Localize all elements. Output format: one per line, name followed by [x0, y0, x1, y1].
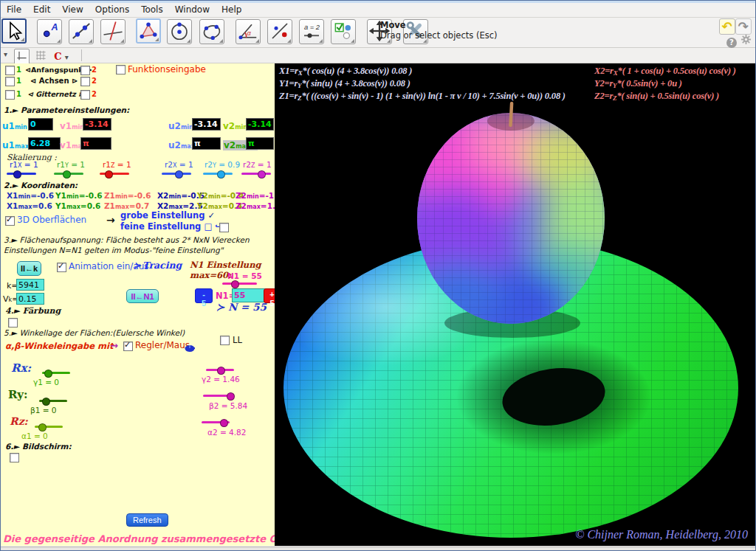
beta1-label: β1 = 0: [30, 406, 57, 415]
pause-n1-button[interactable]: II←N1: [126, 289, 159, 303]
beta2-slider[interactable]: [203, 395, 231, 397]
tool-perpendicular-button[interactable]: [100, 19, 126, 44]
tool-move-button[interactable]: [1, 18, 27, 44]
toolbar-right-icons: ↶↷ ?: [706, 19, 752, 48]
r1y-slider[interactable]: [54, 173, 83, 175]
bildschirm-checkbox[interactable]: [10, 453, 19, 462]
grobe-einstellung-label: grobe Einstellung ✓: [120, 210, 215, 221]
rx-label: Rx:: [11, 361, 31, 375]
anfangspunkt2-num: 2: [92, 66, 97, 74]
regler-maus-checkbox[interactable]: [123, 342, 133, 351]
help-icon[interactable]: ?: [726, 38, 737, 48]
r1x-label: r1X = 1: [10, 160, 38, 169]
gitternetz1-checkbox[interactable]: [5, 90, 15, 100]
funktionseingabe-label: Funktionseingabe: [128, 64, 206, 74]
tool-status-title: Move: [380, 20, 406, 30]
tool-slider-button[interactable]: a = 2: [299, 19, 324, 44]
tool-polygon-button[interactable]: [136, 18, 161, 44]
svg-text:A: A: [51, 22, 58, 32]
alpha1-slider[interactable]: [35, 426, 63, 428]
menu-tools[interactable]: Tools: [135, 3, 169, 15]
gamma2-slider[interactable]: [206, 369, 234, 371]
tracing-label: Tracing: [142, 260, 182, 271]
ll-checkbox[interactable]: [220, 336, 230, 345]
regler-maus-label: Regler/Maus: [135, 340, 190, 350]
u1max-input[interactable]: [28, 137, 61, 150]
tool-line-button[interactable]: [69, 19, 94, 44]
tool-circle-button[interactable]: [167, 19, 192, 44]
magnet-icon: C: [54, 51, 61, 62]
menu-window[interactable]: Window: [169, 3, 216, 15]
u2max-input[interactable]: [192, 137, 221, 150]
beta2-label: β2 = 5.84: [209, 401, 247, 410]
svg-text:α: α: [247, 30, 251, 37]
ll-label: LL: [233, 335, 242, 345]
k-input[interactable]: [16, 279, 44, 291]
z1max-value: Z1max=0.7: [104, 201, 149, 210]
gitternetz2-checkbox[interactable]: [80, 90, 90, 100]
v2max-input[interactable]: [246, 137, 274, 150]
v1min-input[interactable]: [83, 118, 111, 131]
tool-status-subtitle: Drag or select objects (Esc): [380, 30, 497, 41]
r1z-slider[interactable]: [100, 173, 129, 175]
feine-einstellung-checkbox[interactable]: [219, 223, 229, 232]
r2y-label: r2Y = 0.9: [205, 160, 240, 169]
menu-edit[interactable]: Edit: [27, 3, 56, 15]
beta1-slider[interactable]: [39, 400, 67, 402]
redo-icon[interactable]: ↷: [735, 18, 752, 35]
faerbung-checkbox[interactable]: [8, 318, 18, 328]
graphics-3d-view[interactable]: X1=rX*( cos(u) (4 + 3.8cos(v)) 0.08 ) Y1…: [275, 63, 755, 546]
r1y-label: r1Y = 1: [57, 160, 85, 169]
formula-z2: Z2=rZ*( sin(u) + 0.5sin(u) cos(v) ): [594, 91, 719, 102]
alpha2-slider[interactable]: [202, 421, 230, 423]
tracing-arrow-icon: ≻: [134, 260, 141, 271]
r2x-slider[interactable]: [162, 173, 191, 175]
r2y-slider[interactable]: [203, 173, 233, 175]
vk-input[interactable]: [16, 293, 44, 305]
alpha2-label: α2 = 4.82: [207, 428, 246, 437]
gamma1-slider[interactable]: [42, 372, 70, 374]
formula-y1: Y1=rY*( sin(u) (4 + 3.8cos(v)) 0.08 ): [279, 78, 410, 89]
show-grid-button[interactable]: [33, 49, 49, 64]
oberflaechen-checkbox[interactable]: [5, 216, 15, 226]
stylebar-caret-icon[interactable]: ▾: [1, 49, 10, 60]
achsen2-checkbox[interactable]: [80, 77, 90, 86]
anfangspunkt2-checkbox[interactable]: [80, 66, 90, 75]
v1max-input[interactable]: [80, 137, 111, 150]
pause-k-button[interactable]: II←k: [17, 261, 41, 276]
r1x-slider[interactable]: [7, 173, 36, 175]
v2min-input[interactable]: [246, 118, 274, 131]
menu-help[interactable]: Help: [216, 3, 247, 15]
tool-conic-button[interactable]: [199, 19, 224, 44]
tool-angle-button[interactable]: α: [236, 19, 261, 44]
section5-title: 5.► Winkellage der Flächen:(Eulersche Wi…: [4, 328, 185, 337]
refresh-button[interactable]: Refresh: [126, 513, 168, 527]
animation-checkbox[interactable]: [57, 263, 66, 272]
settings-gear-icon[interactable]: [740, 34, 752, 48]
capture-caret-icon: ▾: [62, 52, 72, 63]
u1min-input[interactable]: [28, 118, 53, 131]
funktionseingabe-checkbox[interactable]: [116, 65, 126, 74]
achsen1-checkbox[interactable]: [5, 77, 15, 86]
n1-slider[interactable]: [222, 283, 257, 285]
menu-view[interactable]: View: [56, 3, 89, 15]
u2min-input[interactable]: [192, 118, 221, 131]
tool-status: Move Drag or select objects (Esc): [380, 20, 497, 41]
point-capturing-button[interactable]: C▾: [52, 49, 72, 63]
undo-icon[interactable]: ↶: [719, 18, 735, 35]
y1max-value: Y1max=0.6: [55, 201, 100, 210]
r2z-slider[interactable]: [241, 173, 271, 175]
n1-minus-button[interactable]: - 5: [195, 288, 213, 303]
ry-label: Ry:: [8, 388, 27, 401]
rz-label: Rz:: [10, 415, 28, 427]
menu-options[interactable]: Options: [89, 3, 135, 15]
section4-title: 4.► Färbung: [5, 306, 61, 316]
tool-checkbox-button[interactable]: [331, 19, 356, 44]
tool-transform-button[interactable]: [267, 19, 292, 44]
menu-file[interactable]: File: [1, 3, 27, 15]
tool-point-button[interactable]: A: [37, 19, 62, 44]
control-panel: 1 ⊲Anfangspunkt⊳ 2 1 ⊲ Achsen ⊳ 2 1 ⊲ Gi…: [1, 63, 275, 546]
gamma2-label: γ2 = 1.46: [202, 375, 240, 384]
gitternetz1-num: 1: [16, 90, 21, 98]
anfangspunkt1-checkbox[interactable]: [5, 66, 15, 75]
